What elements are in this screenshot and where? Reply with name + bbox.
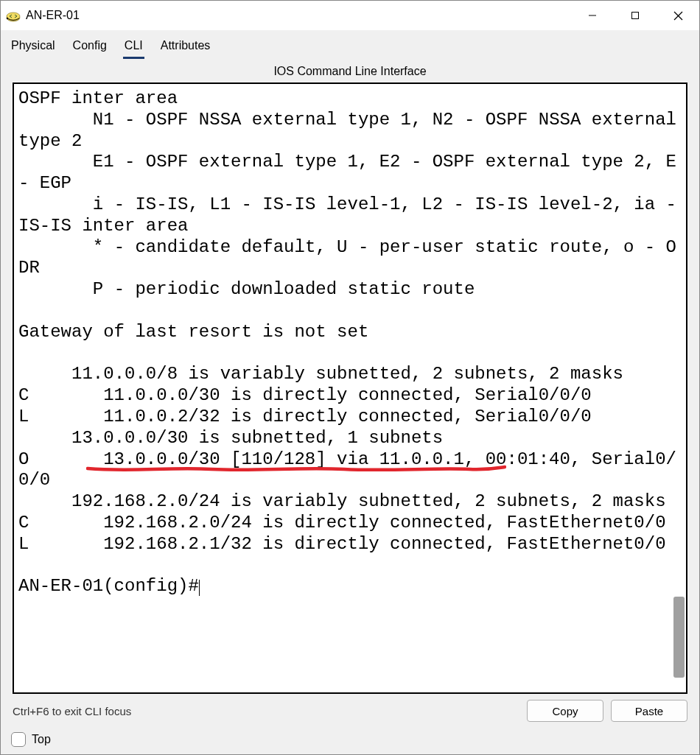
window-root: AN-ER-01 Physical Config CLI Attributes … bbox=[0, 0, 700, 755]
tab-cli[interactable]: CLI bbox=[123, 36, 144, 59]
top-checkbox-label: Top bbox=[32, 733, 51, 746]
maximize-button[interactable] bbox=[614, 1, 657, 30]
scrollbar-thumb[interactable] bbox=[673, 597, 685, 678]
window-title: AN-ER-01 bbox=[26, 9, 80, 22]
tabstrip: Physical Config CLI Attributes bbox=[1, 30, 699, 59]
content-area: Physical Config CLI Attributes IOS Comma… bbox=[1, 30, 699, 754]
cli-cursor bbox=[199, 580, 200, 596]
titlebar: AN-ER-01 bbox=[1, 1, 699, 30]
tab-physical[interactable]: Physical bbox=[10, 36, 57, 59]
cli-subtitle: IOS Command Line Interface bbox=[1, 59, 699, 82]
cli-output: OSPF inter area N1 - OSPF NSSA external … bbox=[18, 88, 686, 596]
cli-terminal[interactable]: OSPF inter area N1 - OSPF NSSA external … bbox=[14, 84, 686, 692]
tab-attributes[interactable]: Attributes bbox=[159, 36, 212, 59]
router-icon bbox=[5, 7, 21, 24]
tab-config[interactable]: Config bbox=[71, 36, 108, 59]
footer-row: Top bbox=[1, 728, 699, 754]
cli-container: OSPF inter area N1 - OSPF NSSA external … bbox=[13, 82, 687, 694]
help-row: Ctrl+F6 to exit CLI focus Copy Paste bbox=[1, 694, 699, 728]
copy-button[interactable]: Copy bbox=[527, 700, 603, 722]
cli-focus-hint: Ctrl+F6 to exit CLI focus bbox=[13, 705, 131, 717]
window-controls bbox=[571, 1, 699, 30]
close-button[interactable] bbox=[657, 1, 699, 30]
svg-rect-4 bbox=[632, 13, 639, 19]
svg-point-1 bbox=[7, 13, 20, 20]
minimize-button[interactable] bbox=[571, 1, 614, 30]
paste-button[interactable]: Paste bbox=[611, 700, 687, 722]
top-checkbox[interactable] bbox=[11, 732, 26, 747]
